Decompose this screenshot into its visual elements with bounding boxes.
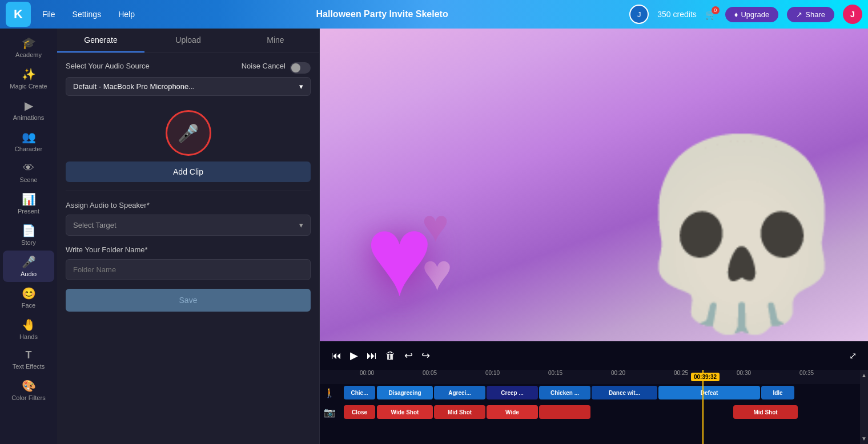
nav-menu: File Settings Help: [42, 10, 135, 19]
story-icon: 📄: [22, 224, 36, 237]
academy-icon: 🎓: [22, 36, 36, 50]
playhead[interactable]: 00:39:32: [702, 370, 704, 444]
tab-mine[interactable]: Mine: [232, 29, 319, 53]
expand-icon: ⤢: [849, 351, 857, 361]
select-target-dropdown[interactable]: Select Target ▾: [66, 215, 311, 236]
tab-upload[interactable]: Upload: [144, 29, 232, 53]
noise-cancel-toggle[interactable]: [290, 62, 311, 74]
skip-to-start-icon: ⏮: [331, 350, 341, 361]
sidebar-item-character[interactable]: 👥 Character: [3, 126, 54, 157]
seg-wide-shot[interactable]: Wide Shot: [377, 405, 433, 419]
expand-button[interactable]: ⤢: [849, 350, 857, 361]
noise-cancel-label: Noise Cancel: [242, 62, 286, 70]
sidebar-label-face: Face: [22, 302, 35, 309]
mark-0035: 00:35: [799, 370, 814, 376]
animations-icon: ▶: [25, 99, 33, 112]
upgrade-button[interactable]: ♦ Upgrade: [725, 7, 779, 22]
scene-icon: 👁: [23, 162, 34, 175]
cart-badge: 0: [712, 6, 720, 14]
sidebar-item-face[interactable]: 😊 Face: [3, 282, 54, 313]
play-pause-button[interactable]: ▶: [350, 349, 358, 362]
save-button[interactable]: Save: [66, 289, 311, 312]
panel-tabs: Generate Upload Mine: [57, 29, 319, 53]
timeline-tracks: 🚶 Chic... Disagreeing Agreei... Creep ..…: [320, 384, 868, 438]
sidebar-item-text-effects[interactable]: T Text Effects: [3, 345, 54, 374]
audio-source-dropdown[interactable]: Default - MacBook Pro Microphone... ▾: [66, 77, 311, 96]
sidebar-item-story[interactable]: 📄 Story: [3, 219, 54, 251]
sidebar-item-scene[interactable]: 👁 Scene: [3, 157, 54, 188]
seg-defeat[interactable]: Defeat: [658, 386, 760, 399]
sidebar-label-hands: Hands: [19, 333, 38, 340]
skip-to-start-button[interactable]: ⏮: [331, 350, 341, 362]
logo-text: K: [14, 7, 23, 22]
seg-wide[interactable]: Wide: [487, 405, 538, 419]
folder-name-input[interactable]: [66, 259, 311, 280]
track-1: 🚶 Chic... Disagreeing Agreei... Creep ..…: [344, 384, 868, 401]
sidebar-label-scene: Scene: [19, 176, 37, 183]
nav-file[interactable]: File: [42, 10, 55, 19]
magic-create-icon: ✨: [22, 67, 36, 81]
skip-to-end-button[interactable]: ⏭: [367, 350, 377, 362]
share-button[interactable]: ↗ Share: [787, 7, 834, 22]
seg-empty[interactable]: [539, 405, 590, 419]
sidebar-item-hands[interactable]: 🤚 Hands: [3, 313, 54, 345]
scroll-down-icon[interactable]: ▼: [861, 435, 867, 442]
seg-disagreeing[interactable]: Disagreeing: [377, 386, 433, 399]
sidebar-label-academy: Academy: [15, 51, 42, 58]
sidebar-item-animations[interactable]: ▶ Animations: [3, 94, 54, 126]
tab-generate[interactable]: Generate: [57, 29, 144, 53]
credits-display: 350 credits: [657, 10, 696, 19]
seg-mid-shot[interactable]: Mid Shot: [434, 405, 485, 419]
sidebar-item-magic-create[interactable]: ✨ Magic Create: [3, 63, 54, 94]
sidebar: 🎓 Academy ✨ Magic Create ▶ Animations 👥 …: [0, 29, 57, 444]
seg-mid-shot2[interactable]: Mid Shot: [733, 405, 798, 419]
scroll-up-icon[interactable]: ▲: [861, 372, 867, 378]
nav-settings[interactable]: Settings: [73, 10, 102, 19]
timeline-ruler: 00:00 00:05 00:10 00:15 00:20 00:25 00:3…: [320, 370, 868, 384]
seg-close[interactable]: Close: [344, 405, 375, 419]
cart-icon-wrap[interactable]: 🛒 0: [705, 9, 717, 20]
undo-icon: ↩: [404, 350, 413, 361]
sidebar-item-audio[interactable]: 🎤 Audio: [3, 251, 54, 282]
mark-0000: 00:00: [360, 370, 374, 376]
hands-icon: 🤚: [22, 318, 36, 332]
seg-dance[interactable]: Dance wit...: [592, 386, 657, 399]
seg-idle[interactable]: Idle: [761, 386, 794, 399]
mark-0005: 00:05: [423, 370, 437, 376]
sidebar-item-academy[interactable]: 🎓 Academy: [3, 31, 54, 63]
user-avatar-right[interactable]: J: [843, 5, 862, 24]
audio-source-label: Select Your Audio Source: [66, 62, 150, 70]
hearts-group: ♥ ♥ ♥: [365, 204, 452, 307]
seg-agreeing[interactable]: Agreei...: [434, 386, 485, 399]
track-2-icon: 📷: [324, 407, 335, 418]
audio-source-section: Select Your Audio Source Noise Cancel De…: [66, 62, 311, 96]
mark-0015: 00:15: [548, 370, 562, 376]
mic-button[interactable]: 🎤: [166, 110, 211, 156]
nav-help[interactable]: Help: [118, 10, 135, 19]
project-title: Halloween Party Invite Skeleto: [135, 9, 629, 19]
undo-button[interactable]: ↩: [404, 349, 413, 362]
main-area: 🎓 Academy ✨ Magic Create ▶ Animations 👥 …: [0, 29, 868, 444]
track-1-icon: 🚶: [324, 388, 335, 398]
timeline-scrollbar[interactable]: ▲ ▼: [860, 370, 868, 444]
assign-speaker-label: Assign Audio to Speaker*: [66, 201, 150, 209]
current-time-badge: 00:39:32: [691, 373, 720, 381]
seg-chicken[interactable]: Chicken ...: [539, 386, 590, 399]
add-clip-button[interactable]: Add Clip: [66, 162, 311, 182]
navbar-right: J 350 credits 🛒 0 ♦ Upgrade ↗ Share J: [629, 5, 862, 24]
sidebar-item-color-filters[interactable]: 🎨 Color Filters: [3, 374, 54, 406]
mic-section: 🎤 Add Clip: [66, 104, 311, 182]
redo-button[interactable]: ↪: [421, 349, 430, 362]
mark-0010: 00:10: [485, 370, 500, 376]
share-icon: ↗: [796, 10, 802, 19]
delete-button[interactable]: 🗑: [385, 350, 396, 362]
select-target-value: Select Target: [73, 221, 116, 229]
seg-creep[interactable]: Creep ...: [487, 386, 538, 399]
play-icon: ▶: [350, 350, 358, 361]
seg-chic[interactable]: Chic...: [344, 386, 375, 399]
skeleton-icon: 💀: [628, 127, 855, 341]
delete-icon: 🗑: [385, 350, 396, 361]
user-avatar-left[interactable]: J: [629, 5, 649, 24]
sidebar-item-present[interactable]: 📊 Present: [3, 188, 54, 219]
dropdown-chevron-icon: ▾: [299, 82, 303, 91]
